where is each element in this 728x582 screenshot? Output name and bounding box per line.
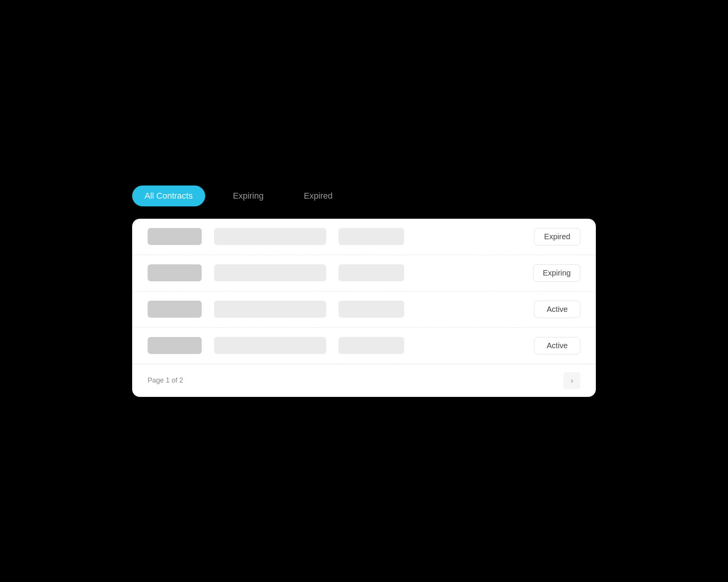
row-placeholder-col1 bbox=[148, 337, 202, 354]
row-placeholder-col3 bbox=[338, 228, 404, 245]
tab-expired[interactable]: Expired bbox=[291, 185, 345, 206]
status-badge: Active bbox=[534, 337, 580, 354]
row-placeholder-col3 bbox=[338, 301, 404, 318]
tab-expiring[interactable]: Expiring bbox=[221, 185, 276, 206]
table-row: Active bbox=[132, 291, 596, 328]
tab-all-contracts[interactable]: All Contracts bbox=[132, 185, 205, 206]
table-row: Expired bbox=[132, 219, 596, 255]
page-label: Page 1 of 2 bbox=[148, 376, 183, 385]
row-placeholder-col1 bbox=[148, 228, 202, 245]
row-placeholder-col3 bbox=[338, 264, 404, 281]
row-placeholder-col1 bbox=[148, 301, 202, 318]
tab-bar: All Contracts Expiring Expired bbox=[132, 185, 596, 206]
status-badge: Active bbox=[534, 301, 580, 318]
row-placeholder-col2 bbox=[214, 228, 326, 245]
row-placeholder-col2 bbox=[214, 337, 326, 354]
app-container: All Contracts Expiring Expired Expired E… bbox=[132, 185, 596, 397]
row-placeholder-col2 bbox=[214, 301, 326, 318]
next-page-button[interactable]: › bbox=[563, 372, 580, 389]
table-row: Active bbox=[132, 328, 596, 364]
status-badge: Expiring bbox=[533, 264, 580, 282]
row-placeholder-col1 bbox=[148, 264, 202, 281]
row-placeholder-col3 bbox=[338, 337, 404, 354]
pagination-row: Page 1 of 2 › bbox=[132, 364, 596, 397]
row-placeholder-col2 bbox=[214, 264, 326, 281]
table-row: Expiring bbox=[132, 255, 596, 291]
contracts-card: Expired Expiring Active Active bbox=[132, 219, 596, 397]
status-badge: Expired bbox=[534, 228, 580, 245]
